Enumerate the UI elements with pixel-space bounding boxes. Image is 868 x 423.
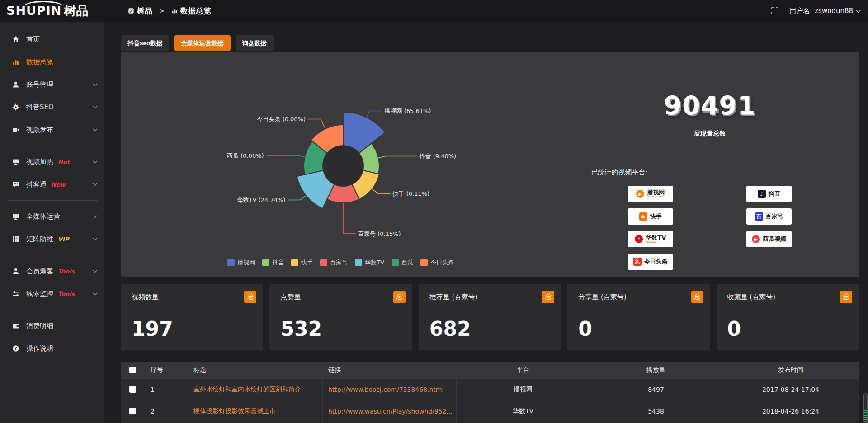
breadcrumb-separator: > bbox=[159, 7, 165, 14]
table-row: 2楼体投影灯投影效果震撼上市http://www.wasu.cn/Play/sh… bbox=[121, 400, 859, 422]
pie-label-line bbox=[372, 189, 391, 193]
stat-cards: 视频数量总197点赞量总532推荐量 (百家号)总682分享量 (百家号)总0收… bbox=[121, 284, 859, 350]
scrollbar-thumb[interactable] bbox=[863, 393, 868, 423]
row-checkbox[interactable] bbox=[129, 386, 136, 393]
sidebar-item[interactable]: 线索监控Tools bbox=[0, 282, 104, 305]
overview-panel: 播视网 (65.61%)抖音 (9.40%)快手 (0.11%)百家号 (0.1… bbox=[121, 52, 859, 277]
sidebar-item[interactable]: 抖客通New bbox=[0, 173, 104, 196]
sidebar-item[interactable]: 矩阵助推VIP bbox=[0, 228, 104, 250]
breadcrumb-label: 数据总览 bbox=[180, 6, 211, 16]
legend-label: 播视网 bbox=[237, 258, 255, 267]
column-header: 标题 bbox=[188, 362, 323, 378]
totals-panel: 90491 展现量总数 已统计的视频平台: ▶播视网boosj.com♪抖音◉快… bbox=[561, 52, 859, 277]
fullscreen-icon[interactable] bbox=[771, 7, 778, 14]
breadcrumb-item[interactable]: 数据总览 bbox=[171, 6, 211, 16]
main-content: 抖音seo数据全媒体运营数据询盘数据 播视网 (65.61%)抖音 (9.40%… bbox=[104, 22, 868, 423]
video-title-link[interactable]: 室外水纹灯和室内水纹灯的区别和简介 bbox=[193, 385, 301, 394]
total-badge: 总 bbox=[691, 291, 703, 303]
sidebar-item[interactable]: 数据总览 bbox=[0, 51, 104, 73]
sidebar-item-label: 视频加热 bbox=[26, 158, 53, 166]
chart-icon bbox=[12, 58, 19, 66]
cell-platform: 播视网 bbox=[457, 379, 590, 400]
platform-badge: ◉快手 bbox=[628, 208, 673, 225]
breadcrumb-item[interactable]: 树品 bbox=[128, 6, 152, 16]
pie-label-line bbox=[288, 196, 306, 200]
sidebar-item-tag: Tools bbox=[58, 268, 75, 275]
pie-label-line bbox=[308, 119, 325, 129]
sidebar-item[interactable]: 抖音SEO bbox=[0, 96, 104, 118]
legend-item[interactable]: 播视网 bbox=[227, 258, 255, 267]
sidebar-item[interactable]: 会员爆客Tools bbox=[0, 260, 104, 282]
row-checkbox[interactable] bbox=[129, 408, 136, 414]
videos-table: 序号标题链接平台播放量发布时间1室外水纹灯和室内水纹灯的区别和简介http://… bbox=[121, 362, 859, 423]
column-header: 播放量 bbox=[590, 362, 722, 378]
video-url-link[interactable]: http://www.boosj.com/7338468.html bbox=[328, 386, 443, 393]
user-menu[interactable]: 用户名: zswodun88 bbox=[789, 7, 861, 15]
sidebar-item[interactable]: 账号管理 bbox=[0, 73, 104, 96]
chevron-down-icon bbox=[92, 292, 98, 296]
legend-item[interactable]: 抖音 bbox=[262, 258, 284, 267]
column-header: 序号 bbox=[145, 362, 188, 378]
legend-item[interactable]: 西瓜 bbox=[392, 258, 413, 267]
sidebar-item-tag: Tools bbox=[58, 291, 75, 297]
video-url-link[interactable]: http://www.wasu.cn/Play/show/id/952... bbox=[328, 408, 453, 415]
divider bbox=[591, 149, 829, 149]
legend-item[interactable]: 今日头条 bbox=[420, 258, 454, 267]
platform-name: 抖音 bbox=[769, 191, 780, 197]
sidebar-item[interactable]: 全媒体运营 bbox=[0, 205, 104, 228]
pie-label: 今日头条 (0.00%) bbox=[257, 116, 306, 122]
legend-item[interactable]: 华数TV bbox=[355, 258, 384, 267]
tab-抖音seo数据[interactable]: 抖音seo数据 bbox=[121, 35, 169, 51]
legend-item[interactable]: 快手 bbox=[291, 258, 313, 267]
sidebar-item[interactable]: ?操作说明 bbox=[0, 337, 104, 360]
stat-card: 视频数量总197 bbox=[121, 284, 263, 350]
page-scrollbar[interactable] bbox=[863, 0, 868, 423]
stat-card-value: 197 bbox=[121, 310, 263, 340]
legend-label: 抖音 bbox=[272, 258, 284, 267]
legend-swatch bbox=[320, 259, 327, 266]
total-badge: 总 bbox=[542, 291, 554, 303]
help-icon: ? bbox=[12, 345, 19, 352]
legend-swatch bbox=[355, 259, 362, 266]
sidebar-item-label: 操作说明 bbox=[26, 344, 53, 353]
select-all-checkbox[interactable] bbox=[129, 367, 136, 373]
cell-index: 1 bbox=[145, 379, 188, 400]
sidebar-item[interactable]: 视频发布 bbox=[0, 118, 104, 141]
sidebar-item-label: 抖客通 bbox=[26, 180, 47, 189]
legend-label: 今日头条 bbox=[430, 258, 454, 267]
legend-label: 西瓜 bbox=[401, 258, 413, 267]
sidebar-item[interactable]: 消费明细 bbox=[0, 315, 104, 337]
svg-text:?: ? bbox=[14, 346, 17, 351]
stat-card-value: 0 bbox=[567, 310, 710, 340]
cell-time: 2018-04-26 16:24 bbox=[722, 400, 859, 422]
sidebar-item-label: 矩阵助推 bbox=[26, 235, 53, 244]
platform-logo-icon: 百 bbox=[755, 212, 763, 221]
sidebar-item-tag: VIP bbox=[58, 236, 69, 243]
impressions-total-label: 展现量总数 bbox=[591, 130, 829, 138]
stat-card: 分享量 (百家号)总0 bbox=[567, 284, 710, 350]
video-title-link[interactable]: 楼体投影灯投影效果震撼上市 bbox=[193, 407, 276, 415]
dashboard-icon bbox=[128, 8, 134, 14]
legend-item[interactable]: 百家号 bbox=[320, 258, 348, 267]
sidebar-item[interactable]: 视频加热Hot bbox=[0, 150, 104, 173]
platform-badge: *华数TVwasu.cn bbox=[628, 231, 673, 247]
sidebar-item-label: 全媒体运营 bbox=[26, 212, 60, 221]
column-header: 发布时间 bbox=[722, 362, 859, 378]
tab-询盘数据[interactable]: 询盘数据 bbox=[236, 35, 274, 51]
platform-name: 今日头条 bbox=[644, 258, 668, 265]
stat-card-title: 点赞量 bbox=[280, 293, 301, 301]
platform-badge: ▶播视网boosj.com bbox=[628, 186, 673, 202]
pie-label: 百家号 (0.15%) bbox=[358, 230, 401, 237]
sidebar-item[interactable]: 首页 bbox=[0, 28, 104, 51]
tab-全媒体运营数据[interactable]: 全媒体运营数据 bbox=[174, 35, 231, 51]
tabs: 抖音seo数据全媒体运营数据询盘数据 bbox=[121, 35, 274, 51]
pie-label-line bbox=[343, 203, 356, 234]
table-row: 1室外水纹灯和室内水纹灯的区别和简介http://www.boosj.com/7… bbox=[121, 378, 859, 400]
cell-plays: 8497 bbox=[590, 379, 722, 400]
chevron-down-icon bbox=[856, 9, 861, 13]
platform-logo-icon: ▶ bbox=[752, 235, 760, 243]
username-prefix: 用户名: bbox=[789, 7, 812, 15]
topbar-right: 用户名: zswodun88 bbox=[771, 0, 861, 22]
total-badge: 总 bbox=[840, 291, 852, 303]
member-icon bbox=[12, 268, 19, 275]
